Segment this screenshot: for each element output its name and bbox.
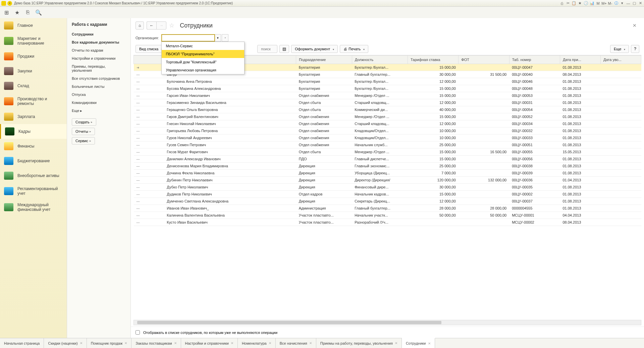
sidebar-item[interactable]: Международный финансовый учет — [0, 199, 67, 215]
sidebar-item[interactable]: Склад — [0, 78, 67, 93]
table-row[interactable]: — Дубинин Петр Николаевич Дирекция Дирек… — [134, 177, 641, 184]
close-page-icon[interactable]: ✕ — [633, 23, 639, 28]
table-row[interactable]: — Геращенко Ольга Викторовна Отдел сбыта… — [134, 106, 641, 113]
subnav-item[interactable]: Все кадровые документы — [72, 38, 126, 46]
toolbar-icon[interactable]: 🕓 — [584, 1, 588, 6]
favorite-icon[interactable]: ★ — [578, 1, 582, 6]
bottom-tab[interactable]: Все начисления✕ — [276, 338, 316, 348]
subnav-item[interactable]: Настройки и справочники — [72, 54, 126, 62]
subnav-item[interactable]: Приемы, переводы, увольнения — [72, 62, 126, 74]
subnav-item[interactable]: Отчеты по кадрам — [72, 46, 126, 54]
star-icon[interactable]: ★ — [14, 9, 20, 15]
dropdown-item[interactable]: Управленческая организация — [162, 66, 244, 74]
minimize-icon[interactable]: — — [626, 1, 631, 6]
list-mode-button[interactable]: ▤ — [279, 45, 289, 53]
table-row[interactable]: — Дочкина Фекла Николаевна Дирекция Убор… — [134, 170, 641, 177]
column-header[interactable]: ФОТ — [459, 56, 509, 64]
bottom-tab[interactable]: Помощник продаж✕ — [87, 338, 132, 348]
sidebar-item[interactable]: Производство и ремонты — [0, 93, 67, 109]
tab-close-icon[interactable]: ✕ — [428, 342, 431, 345]
sidebar-item[interactable]: Закупки — [0, 64, 67, 78]
sidebar-item[interactable]: Финансы — [0, 139, 67, 154]
column-header[interactable]: Дата при... — [560, 56, 600, 64]
table-row[interactable]: — Дудиков Петр Николаевич Отдел кадров Н… — [134, 191, 641, 198]
bottom-tab[interactable]: Начальная страница — [0, 338, 44, 348]
forward-button[interactable]: → — [156, 21, 166, 30]
sidebar-item[interactable]: Зарплата — [0, 109, 67, 124]
table-row[interactable]: — Григорьева Любовь Петровна Отдел снабж… — [134, 127, 641, 134]
table-row[interactable]: — Булочкина Анна Петровна Бухгалтерия Бу… — [134, 78, 641, 85]
sidebar-item[interactable]: Бюджетирование — [0, 154, 67, 168]
search-input[interactable] — [257, 45, 277, 53]
org-input[interactable] — [161, 34, 215, 42]
tab-close-icon[interactable]: ✕ — [269, 341, 271, 345]
column-header[interactable]: Тарифная ставка — [408, 56, 459, 64]
dropdown-icon[interactable]: ▾ — [620, 1, 625, 6]
table-row[interactable]: — Гуров Николай Андреевич Отдел снабжени… — [134, 134, 641, 141]
maximize-icon[interactable]: ▢ — [632, 1, 637, 6]
sidebar-item[interactable]: Регламентированный учет — [0, 183, 67, 199]
dropdown-item[interactable]: ПБОЮЛ "Предприниматель" — [162, 50, 244, 58]
table-row[interactable]: — Бусова Марина Александровна Бухгалтери… — [134, 85, 641, 92]
column-header[interactable]: Дата уво... — [600, 56, 641, 64]
toolbar-icon[interactable]: 📊 — [590, 1, 594, 6]
sidebar-item[interactable]: Продажи — [0, 49, 67, 64]
table-row[interactable]: — Дубко Петр Николаевич Дирекция Финансо… — [134, 184, 641, 191]
table-row[interactable]: — Гясов Мурат Фаритович Отдел сбыта Мене… — [134, 149, 641, 156]
favorite-star-icon[interactable]: ☆ — [169, 22, 174, 29]
table-row[interactable]: — Гнесин Николай Николаевич Отдел снабже… — [134, 120, 641, 127]
tab-close-icon[interactable]: ✕ — [174, 341, 177, 345]
search-icon[interactable]: 🔍 — [36, 9, 42, 15]
toolbar-icon[interactable]: 📋 — [572, 1, 576, 6]
subnav-item[interactable]: Командировки — [72, 99, 126, 107]
table-row[interactable]: — Герасименко Зинаида Васильевна Отдел с… — [134, 99, 641, 106]
show-inactive-checkbox[interactable] — [136, 330, 140, 335]
app-menu-icon[interactable]: ▾ — [7, 1, 12, 6]
clipboard-icon[interactable]: ⎘ — [25, 9, 31, 15]
sidebar-item[interactable]: Маркетинг и планирование — [0, 33, 67, 49]
bottom-tab[interactable]: Сотрудники✕ — [402, 338, 435, 348]
help-button[interactable]: ? — [631, 45, 639, 53]
bottom-tab[interactable]: Номенклатура✕ — [238, 338, 276, 348]
subnav-item[interactable]: Еще ▸ — [72, 107, 126, 115]
close-icon[interactable]: ✕ — [638, 1, 643, 6]
toolbar-icon[interactable]: ✂ — [566, 1, 570, 6]
tab-close-icon[interactable]: ✕ — [231, 341, 233, 345]
print-button[interactable]: 🖨 Печать — [340, 45, 368, 53]
subnav-button[interactable]: Сервис — [72, 137, 95, 144]
subnav-button[interactable]: Отчеты — [72, 128, 95, 135]
bottom-tab[interactable]: Заказы поставщикам✕ — [131, 338, 181, 348]
column-header[interactable]: Должность — [352, 56, 408, 64]
bottom-tab[interactable]: Скидки (наценки)✕ — [44, 338, 87, 348]
table-row[interactable]: — Гиров Дмитрий Валентинович Отдел снабж… — [134, 113, 641, 120]
employee-table-wrap[interactable]: ФИОПодразделениеДолжностьТарифная ставка… — [133, 55, 641, 320]
org-dropdown-button[interactable]: ▾ — [215, 34, 221, 42]
apps-icon[interactable]: ⊞ — [3, 9, 9, 15]
horizontal-scrollbar[interactable] — [133, 320, 641, 325]
table-row[interactable]: — Гарсия Иван Николаевич Отдел снабжения… — [134, 92, 641, 99]
table-row[interactable]: — Калинина Валентина Васильевна Участок … — [134, 212, 641, 219]
toolbar-icon[interactable]: M — [596, 1, 600, 6]
toolbar-icon[interactable]: M- — [608, 1, 612, 6]
subnav-item[interactable]: Отпуска — [72, 91, 126, 99]
subnav-item[interactable]: Больничные листы — [72, 82, 126, 91]
table-row[interactable]: — Гусев Семен Петрович Отдел снабжения Н… — [134, 141, 641, 149]
table-row[interactable]: — Данилкин Александр Иванович ПДО Главны… — [134, 156, 641, 163]
tab-close-icon[interactable]: ✕ — [124, 341, 127, 345]
more-button[interactable]: Еще — [610, 45, 629, 53]
dropdown-item[interactable]: Металл-Сервис — [162, 42, 244, 50]
org-open-button[interactable]: ▫ — [222, 34, 228, 42]
sidebar-item[interactable]: Главное — [0, 18, 67, 33]
tab-close-icon[interactable]: ✕ — [80, 341, 83, 345]
column-header[interactable]: Подразделение — [296, 56, 352, 64]
table-row[interactable]: — Иванов Иван Иванович_ Администрация Гл… — [134, 205, 641, 212]
sidebar-item[interactable]: Внеоборотные активы — [0, 168, 67, 183]
bottom-tab[interactable]: Приемы на работу, переводы, увольнения✕ — [316, 338, 402, 348]
bottom-tab[interactable]: Настройки и справочники✕ — [181, 338, 238, 348]
create-document-button[interactable]: Оформить документ — [291, 45, 338, 53]
tab-close-icon[interactable]: ✕ — [309, 341, 312, 345]
back-button[interactable]: ← — [147, 21, 156, 30]
table-row[interactable]: — Думченко Светлана Александровна Дирекц… — [134, 198, 641, 205]
table-row[interactable]: — Кусто Иван Васильевич Участок пластавт… — [134, 219, 641, 226]
subnav-item[interactable]: Сотрудники — [72, 30, 126, 38]
